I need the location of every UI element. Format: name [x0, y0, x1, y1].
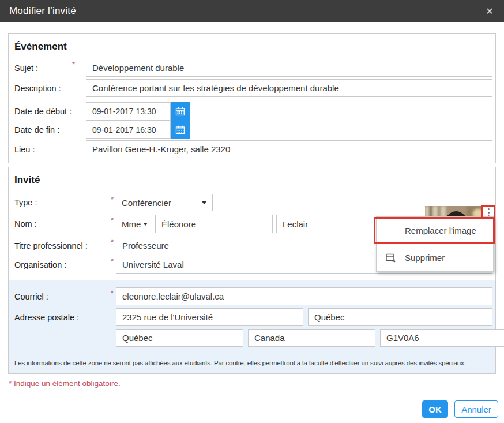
- required-asterisk: *: [102, 216, 116, 224]
- adresse-ligne1-input[interactable]: [116, 308, 303, 326]
- salutation-select-value: Mme: [122, 219, 141, 229]
- event-section: Événement Sujet : * Description : Date d…: [8, 33, 496, 163]
- adresse-pays-input[interactable]: [248, 329, 375, 347]
- kebab-dot: [488, 212, 490, 214]
- delete-image-label: Supprimer: [405, 253, 445, 263]
- date-debut-input[interactable]: [86, 102, 171, 121]
- sujet-row: Sujet : *: [14, 59, 492, 77]
- delete-image-icon: [385, 252, 397, 264]
- adresse-province-input[interactable]: [116, 329, 243, 347]
- date-fin-input[interactable]: [86, 121, 171, 139]
- required-legend: * Indique un élément obligatoire.: [9, 379, 504, 388]
- type-select-value: Conférencier: [122, 198, 171, 208]
- lieu-row: Lieu :: [14, 140, 492, 158]
- edit-guest-modal: Modifier l’invité ✕ Événement Sujet : * …: [0, 0, 504, 423]
- required-asterisk: *: [102, 257, 116, 265]
- calendar-icon: [175, 125, 185, 134]
- type-row: Type : * Conférencier: [14, 194, 492, 211]
- required-asterisk: *: [102, 196, 116, 203]
- lieu-label: Lieu :: [14, 145, 72, 154]
- event-section-heading: Événement: [14, 41, 492, 53]
- salutation-select[interactable]: Mme: [116, 215, 152, 233]
- titre-label: Titre professionnel :: [14, 241, 102, 250]
- required-asterisk: *: [72, 61, 86, 68]
- close-icon: ✕: [486, 6, 493, 17]
- organisation-label: Organisation :: [14, 260, 102, 269]
- adresse-row-2: [14, 329, 492, 347]
- adresse-code-postal-input[interactable]: [380, 329, 504, 347]
- ok-button[interactable]: OK: [422, 400, 448, 418]
- adresse-ville-input[interactable]: [308, 308, 492, 326]
- modal-title: Modifier l’invité: [9, 5, 76, 17]
- replace-image-label: Remplacer l'image: [405, 226, 476, 235]
- adresse-label: Adresse postale :: [14, 313, 102, 322]
- date-fin-calendar-button[interactable]: [171, 121, 190, 139]
- courriel-label: Courriel :: [14, 292, 102, 301]
- kebab-dot: [488, 208, 490, 210]
- date-debut-row: Date de début :: [14, 102, 492, 121]
- sujet-label: Sujet :: [14, 63, 72, 73]
- menu-item-replace-image[interactable]: Remplacer l'image: [377, 217, 493, 244]
- cancel-button[interactable]: Annuler: [454, 400, 498, 418]
- chevron-down-icon: [143, 223, 148, 226]
- type-label: Type :: [14, 198, 102, 207]
- lieu-input[interactable]: [86, 140, 492, 158]
- close-button[interactable]: ✕: [480, 0, 499, 22]
- description-row: Description :: [14, 79, 492, 97]
- courriel-input[interactable]: [116, 287, 492, 305]
- required-asterisk: *: [102, 238, 116, 246]
- private-contact-zone: Courriel : * Adresse postale : Les infor…: [9, 280, 495, 373]
- modal-header: Modifier l’invité ✕: [0, 0, 504, 22]
- photo-context-menu: Remplacer l'image Supprimer: [376, 216, 494, 272]
- date-fin-label: Date de fin :: [14, 125, 72, 134]
- date-debut-calendar-button[interactable]: [171, 102, 190, 121]
- date-debut-label: Date de début :: [14, 107, 72, 116]
- description-label: Description :: [14, 84, 72, 93]
- date-fin-row: Date de fin :: [14, 121, 492, 139]
- courriel-row: Courriel : *: [14, 287, 492, 305]
- private-zone-note: Les informations de cette zone ne seront…: [14, 360, 492, 366]
- adresse-row-1: Adresse postale :: [14, 308, 492, 326]
- sujet-input[interactable]: [86, 59, 492, 77]
- type-select[interactable]: Conférencier: [116, 194, 213, 211]
- chevron-down-icon: [201, 201, 207, 204]
- prenom-input[interactable]: [155, 215, 273, 233]
- menu-item-delete-image[interactable]: Supprimer: [377, 244, 493, 271]
- footer-actions: OK Annuler: [0, 400, 504, 418]
- description-input[interactable]: [86, 79, 492, 97]
- required-asterisk: *: [102, 289, 116, 297]
- guest-section-heading: Invité: [14, 174, 492, 186]
- calendar-icon: [175, 107, 185, 116]
- nom-label: Nom :: [14, 219, 102, 229]
